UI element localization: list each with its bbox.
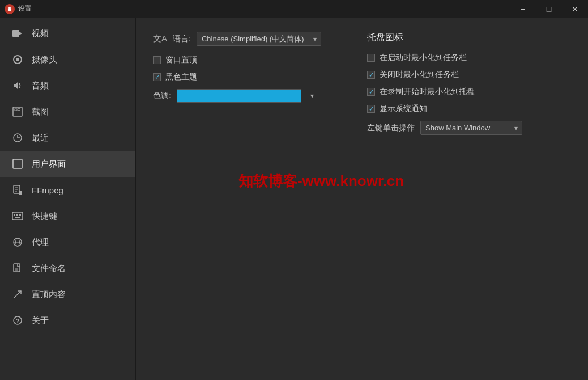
svg-rect-9 — [15, 109, 17, 111]
tray-section-title: 托盘图标 — [367, 32, 571, 44]
sidebar-label-about: 关于 — [32, 315, 49, 326]
sidebar-item-video[interactable]: 视频 — [0, 20, 135, 47]
settings-right: 托盘图标 在启动时最小化到任务栏 ✓ 关闭时最小化到任务栏 ✓ 在录制开始时最小… — [367, 32, 571, 135]
language-select[interactable]: Chinese (Simplified) (中文简体) — [197, 32, 321, 46]
left-click-select[interactable]: Show Main Window — [420, 121, 522, 135]
svg-rect-8 — [13, 107, 22, 116]
tray-label-3: 显示系统通知 — [380, 104, 427, 114]
dark-theme-checkbox[interactable]: ✓ — [153, 73, 161, 81]
svg-marker-7 — [14, 82, 18, 90]
about-icon: ? — [11, 314, 24, 327]
color-arrow: ▾ — [310, 92, 314, 100]
minimize-button[interactable]: − — [510, 0, 536, 18]
close-button[interactable]: ✕ — [562, 0, 588, 18]
left-click-label: 左键单击操作 — [367, 123, 415, 133]
color-label: 色调: — [153, 91, 171, 101]
titlebar-left: 设置 — [5, 4, 32, 14]
titlebar: 设置 − □ ✕ — [0, 0, 588, 18]
sidebar-item-recent[interactable]: 最近 — [0, 125, 135, 151]
watermark: 知软博客-www.knowr.cn — [238, 171, 404, 191]
svg-line-29 — [14, 291, 21, 298]
color-select-wrapper: ▾ — [177, 89, 301, 103]
tray-option-0: 在启动时最小化到任务栏 — [367, 53, 571, 63]
dark-theme-row: ✓ 黑色主题 — [153, 72, 344, 82]
svg-rect-18 — [12, 212, 23, 220]
sidebar-item-overlay[interactable]: 置顶内容 — [0, 281, 135, 307]
audio-icon — [11, 79, 24, 92]
svg-rect-13 — [13, 159, 22, 168]
tray-checkbox-2[interactable]: ✓ — [367, 88, 375, 96]
settings-section: 文A 语言: Chinese (Simplified) (中文简体) ▾ 窗口置… — [153, 32, 571, 135]
maximize-button[interactable]: □ — [536, 0, 562, 18]
filename-icon — [11, 262, 24, 275]
ui-icon — [11, 158, 24, 170]
tray-checkbox-1[interactable]: ✓ — [367, 71, 375, 79]
recent-icon — [11, 132, 24, 144]
tray-checkbox-3[interactable]: ✓ — [367, 105, 375, 113]
window-controls: − □ ✕ — [510, 0, 588, 18]
sidebar-item-ffmpeg[interactable]: FFmpeg — [0, 177, 135, 203]
screenshot-icon — [11, 105, 24, 118]
sidebar-label-audio: 音频 — [32, 81, 49, 91]
sidebar-label-ui: 用户界面 — [32, 159, 66, 170]
tray-option-2: ✓ 在录制开始时最小化到托盘 — [367, 87, 571, 97]
sidebar-label-proxy: 代理 — [32, 237, 49, 248]
color-row: 色调: ▾ — [153, 89, 344, 103]
svg-rect-20 — [16, 214, 18, 216]
svg-point-2 — [8, 7, 11, 9]
window-top-row: 窗口置顶 — [153, 55, 344, 65]
svg-marker-4 — [19, 32, 22, 35]
svg-rect-19 — [14, 214, 15, 216]
sidebar-item-screenshot[interactable]: 截图 — [0, 99, 135, 125]
sidebar-label-filename: 文件命名 — [32, 263, 66, 274]
sidebar-label-shortcut: 快捷键 — [32, 211, 57, 222]
video-icon — [11, 27, 24, 40]
tray-option-3: ✓ 显示系统通知 — [367, 104, 571, 114]
main-container: 视频 摄像头 音频 截图 最近 — [0, 18, 588, 380]
svg-rect-21 — [19, 214, 21, 216]
tray-label-2: 在录制开始时最小化到托盘 — [380, 87, 475, 97]
language-label: 语言: — [173, 34, 191, 44]
sidebar-label-overlay: 置顶内容 — [32, 289, 66, 300]
sidebar-item-ui[interactable]: 用户界面 — [0, 151, 135, 177]
sidebar-item-audio[interactable]: 音频 — [0, 73, 135, 99]
sidebar-label-camera: 摄像头 — [32, 54, 57, 65]
content-panel: 文A 语言: Chinese (Simplified) (中文简体) ▾ 窗口置… — [136, 18, 588, 380]
app-title: 设置 — [18, 4, 32, 14]
svg-rect-3 — [12, 30, 19, 37]
app-icon — [5, 4, 15, 14]
sidebar-item-camera[interactable]: 摄像头 — [0, 47, 135, 73]
tray-label-1: 关闭时最小化到任务栏 — [380, 70, 459, 80]
language-row: 文A 语言: Chinese (Simplified) (中文简体) ▾ — [153, 32, 344, 46]
tray-option-1: ✓ 关闭时最小化到任务栏 — [367, 70, 571, 80]
overlay-icon — [11, 288, 24, 301]
svg-rect-26 — [14, 264, 20, 272]
svg-text:?: ? — [16, 318, 20, 324]
language-select-wrapper: Chinese (Simplified) (中文简体) ▾ — [197, 32, 321, 46]
action-select-wrapper: Show Main Window ▾ — [420, 121, 522, 135]
sidebar-item-about[interactable]: ? 关于 — [0, 307, 135, 333]
proxy-icon — [11, 236, 24, 248]
color-picker[interactable] — [177, 89, 301, 103]
shortcut-icon — [11, 210, 24, 222]
language-icon: 文A — [153, 33, 167, 44]
tray-label-0: 在启动时最小化到任务栏 — [380, 53, 467, 63]
sidebar-label-video: 视频 — [32, 28, 49, 39]
camera-icon — [11, 53, 24, 66]
dark-theme-label: 黑色主题 — [165, 72, 197, 82]
tray-checkbox-0[interactable] — [367, 54, 375, 62]
sidebar: 视频 摄像头 音频 截图 最近 — [0, 18, 136, 380]
action-row: 左键单击操作 Show Main Window ▾ — [367, 121, 571, 135]
svg-point-6 — [16, 58, 19, 61]
sidebar-item-shortcut[interactable]: 快捷键 — [0, 203, 135, 229]
ffmpeg-icon — [11, 184, 24, 196]
window-top-label: 窗口置顶 — [165, 55, 197, 65]
window-top-checkbox[interactable] — [153, 56, 161, 64]
sidebar-item-proxy[interactable]: 代理 — [0, 229, 135, 255]
sidebar-label-recent: 最近 — [32, 133, 49, 143]
settings-left: 文A 语言: Chinese (Simplified) (中文简体) ▾ 窗口置… — [153, 32, 344, 135]
sidebar-label-ffmpeg: FFmpeg — [32, 185, 63, 195]
sidebar-label-screenshot: 截图 — [32, 107, 49, 117]
svg-rect-22 — [15, 217, 20, 218]
sidebar-item-filename[interactable]: 文件命名 — [0, 255, 135, 281]
